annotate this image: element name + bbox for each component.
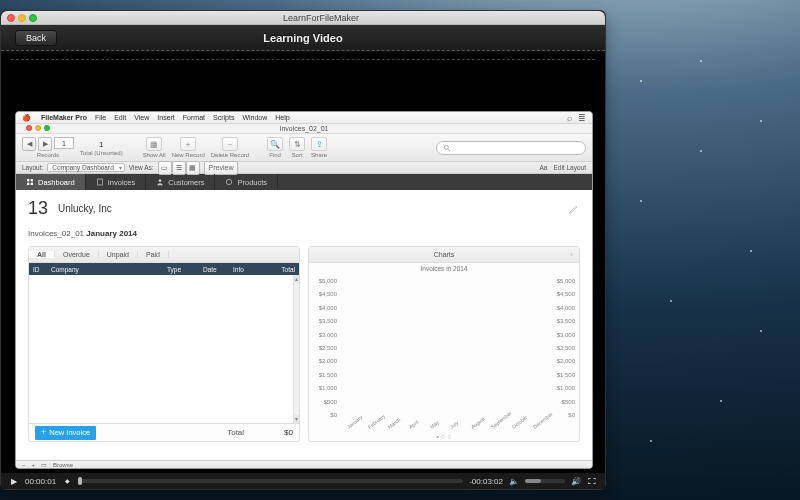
footer-total-value: $0 xyxy=(284,428,293,437)
filter-all[interactable]: All xyxy=(29,251,55,258)
chart-pager[interactable]: • ○ ○ xyxy=(309,432,579,441)
tab-dashboard[interactable]: Dashboard xyxy=(16,174,86,190)
menu-view[interactable]: View xyxy=(134,114,149,121)
filemaker-window: 🍎 FileMaker Pro File Edit View Insert Fo… xyxy=(15,111,593,469)
filter-unpaid[interactable]: Unpaid xyxy=(99,251,138,258)
invoices-period: January 2014 xyxy=(86,229,137,238)
header-bar: Back Learning Video xyxy=(1,25,605,53)
edit-layout-button[interactable]: Edit Layout xyxy=(553,164,586,171)
video-area: 🍎 FileMaker Pro File Edit View Insert Fo… xyxy=(1,53,605,473)
layout-select[interactable]: Company Dashboard xyxy=(47,163,124,172)
viewas-label: View As: xyxy=(129,164,154,171)
record-number-field[interactable] xyxy=(54,137,74,149)
delete-record-button[interactable]: － xyxy=(222,137,238,151)
tab-customers[interactable]: Customers xyxy=(146,174,215,190)
filter-paid[interactable]: Paid xyxy=(138,251,169,258)
play-button[interactable]: ▶ xyxy=(9,476,19,486)
y-axis-right: $5,000$4,500$4,000$3,500$3,000$2,500$2,0… xyxy=(549,278,577,418)
close-icon[interactable] xyxy=(7,14,15,22)
svg-point-7 xyxy=(159,179,162,182)
apple-icon[interactable]: 🍎 xyxy=(22,114,31,122)
status-mode: Browse xyxy=(53,462,73,468)
next-record-button[interactable]: ▶ xyxy=(38,137,52,151)
customer-number: 13 xyxy=(28,198,48,219)
document-title: Invoices_02_01 xyxy=(279,125,328,132)
scrollbar[interactable]: ▴ ▾ xyxy=(293,275,299,423)
svg-rect-5 xyxy=(31,183,33,185)
footer-total-label: Total xyxy=(227,428,244,437)
fullscreen-button[interactable]: ⛶ xyxy=(587,476,597,486)
tab-label: Invoices xyxy=(108,178,136,187)
status-tool-icon[interactable]: ▭ xyxy=(41,461,47,468)
zoom-icon[interactable] xyxy=(29,14,37,22)
find-button[interactable]: 🔍 xyxy=(267,137,283,151)
y-axis-left: $5,000$4,500$4,000$3,500$3,000$2,500$2,0… xyxy=(311,278,339,418)
menu-window[interactable]: Window xyxy=(242,114,267,121)
search-input[interactable] xyxy=(436,141,586,155)
menu-edit[interactable]: Edit xyxy=(114,114,126,121)
text-format-button[interactable]: Aa xyxy=(540,164,548,171)
svg-rect-2 xyxy=(27,179,29,181)
view-form-button[interactable]: ▭ xyxy=(158,161,172,175)
layout-label: Layout: xyxy=(22,164,43,171)
status-bar: − + ▭ Browse xyxy=(16,460,592,468)
new-record-button[interactable]: ＋ xyxy=(180,137,196,151)
chevron-right-icon[interactable]: › xyxy=(570,250,573,259)
minimize-icon[interactable] xyxy=(18,14,26,22)
layout-bar: Layout: Company Dashboard View As: ▭ ☰ ▦… xyxy=(16,162,592,174)
inner-minimize-icon[interactable] xyxy=(35,125,41,131)
menu-help[interactable]: Help xyxy=(275,114,289,121)
document-titlebar: Invoices_02_01 xyxy=(16,124,592,134)
customers-icon xyxy=(156,178,164,186)
chart-subtitle: Invoices in 2014 xyxy=(309,263,579,274)
progress-bar[interactable] xyxy=(78,479,463,483)
video-player: ▶ 00:00:01 ◆ -00:03:02 🔈 🔊 ⛶ xyxy=(1,473,605,489)
menu-insert[interactable]: Insert xyxy=(157,114,175,121)
share-button[interactable]: ⇪ xyxy=(311,137,327,151)
status-zoom-in-icon[interactable]: + xyxy=(32,462,36,468)
plus-icon: + xyxy=(41,428,46,437)
tab-products[interactable]: Products xyxy=(215,174,278,190)
sort-button[interactable]: ⇅ xyxy=(289,137,305,151)
svg-point-0 xyxy=(444,145,448,149)
inner-zoom-icon[interactable] xyxy=(44,125,50,131)
prev-record-button[interactable]: ◀ xyxy=(22,137,36,151)
view-list-button[interactable]: ☰ xyxy=(172,161,186,175)
menu-file[interactable]: File xyxy=(95,114,106,121)
volume-slider[interactable] xyxy=(525,479,565,483)
invoice-icon xyxy=(96,178,104,186)
edit-icon[interactable] xyxy=(568,203,580,215)
status-zoom-out-icon[interactable]: − xyxy=(22,462,26,468)
remaining-time: -00:03:02 xyxy=(469,477,503,486)
elapsed-time: 00:00:01 xyxy=(25,477,56,486)
scroll-up-icon[interactable]: ▴ xyxy=(294,275,299,283)
tab-label: Products xyxy=(237,178,267,187)
view-table-button[interactable]: ▦ xyxy=(186,161,200,175)
chart-header: Charts xyxy=(434,251,455,258)
scroll-down-icon[interactable]: ▾ xyxy=(294,415,299,423)
menu-format[interactable]: Format xyxy=(183,114,205,121)
x-axis: JanuaryFebruaryMarchAprilMayJulyAugustSe… xyxy=(339,425,548,431)
records-label: Records xyxy=(37,152,59,158)
chart-body: $5,000$4,500$4,000$3,500$3,000$2,500$2,0… xyxy=(309,274,579,432)
filter-overdue[interactable]: Overdue xyxy=(55,251,99,258)
svg-rect-3 xyxy=(31,179,33,181)
menubar[interactable]: 🍎 FileMaker Pro File Edit View Insert Fo… xyxy=(16,112,592,124)
menu-scripts[interactable]: Scripts xyxy=(213,114,234,121)
window-title: LearnForFileMaker xyxy=(37,13,605,23)
chart-pane: Charts › Invoices in 2014 $5,000$4,500$4… xyxy=(308,246,580,442)
table-header: ID Company Type Date Info Total xyxy=(29,263,299,275)
mute-button[interactable]: 🔈 xyxy=(509,476,519,486)
show-all-button[interactable]: ▦ xyxy=(146,137,162,151)
app-name: FileMaker Pro xyxy=(41,114,87,121)
chart-bars xyxy=(341,278,547,418)
invoices-pane: All Overdue Unpaid Paid ID Company Type … xyxy=(28,246,300,442)
total-records-label: Total (Unsorted) xyxy=(80,150,123,156)
tab-invoices[interactable]: Invoices xyxy=(86,174,147,190)
dashboard-icon xyxy=(26,178,34,186)
wifi-icon: ⌕ xyxy=(567,113,572,123)
new-invoice-button[interactable]: + New Invoice xyxy=(35,426,96,440)
inner-close-icon[interactable] xyxy=(26,125,32,131)
table-body: ▴ ▾ xyxy=(29,275,299,423)
preview-button[interactable]: Preview xyxy=(204,161,239,175)
